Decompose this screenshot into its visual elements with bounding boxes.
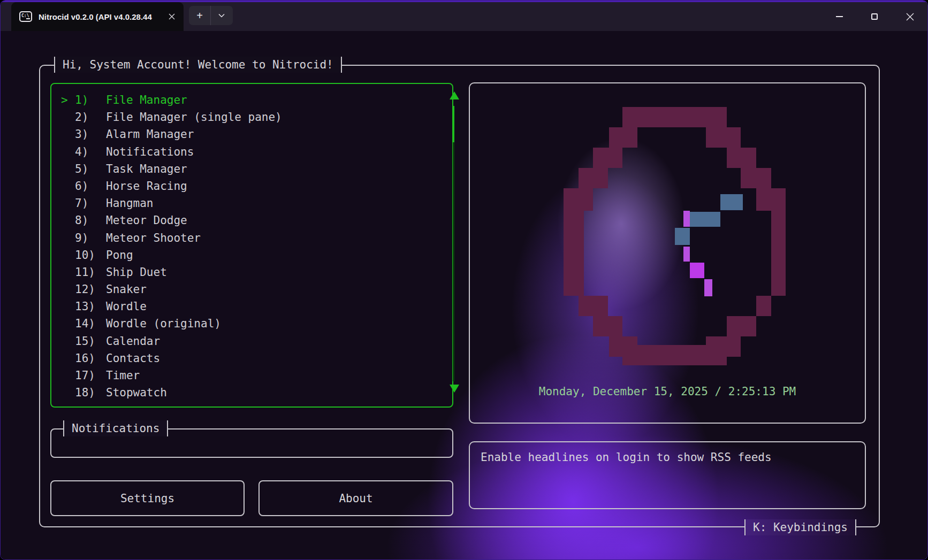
about-button[interactable]: About (258, 480, 453, 516)
selection-marker (51, 178, 75, 195)
menu-item[interactable]: 3)Alarm Manager (51, 126, 437, 143)
maximize-icon (871, 13, 878, 20)
menu-item[interactable]: 15)Calendar (51, 333, 437, 350)
menu-item[interactable]: 13)Wordle (51, 298, 437, 315)
menu-item-number: 3) (75, 126, 106, 143)
selection-marker (51, 247, 75, 264)
menu-item-label: Meteor Shooter (106, 229, 201, 247)
selection-marker (51, 367, 75, 384)
menu-item[interactable]: 6)Horse Racing (51, 178, 437, 195)
menu-item-number: 18) (75, 384, 106, 401)
menu-item[interactable]: 14)Wordle (original) (51, 315, 437, 332)
menu-item-label: Ship Duet (106, 264, 167, 281)
menu-item-number: 4) (75, 143, 106, 160)
menu-list: >1)File Manager2)File Manager (single pa… (51, 91, 437, 401)
menu-item[interactable]: 12)Snaker (51, 281, 437, 298)
selection-marker (51, 212, 75, 229)
menu-item[interactable]: 11)Ship Duet (51, 264, 437, 281)
menu-item-number: 6) (75, 178, 106, 195)
selection-marker (51, 384, 75, 401)
menu-item-label: Wordle (original) (106, 315, 221, 332)
selection-marker (51, 126, 75, 143)
menu-item[interactable]: 2)File Manager (single pane) (51, 109, 437, 126)
menu-item-number: 10) (75, 247, 106, 264)
selection-marker (51, 160, 75, 178)
menu-item-label: Notifications (106, 143, 194, 160)
menu-item-label: Calendar (106, 333, 160, 350)
pixel-block (622, 345, 727, 365)
menu-item-number: 15) (75, 333, 106, 350)
menu-item-number: 9) (75, 229, 106, 247)
menu-item-label: Contacts (106, 350, 160, 367)
pixel-block (690, 263, 704, 278)
datetime-text: Monday, December 15, 2025 / 2:25:13 PM (469, 385, 866, 398)
selection-marker (51, 281, 75, 298)
menu-item[interactable]: 17)Timer (51, 367, 437, 384)
menu-item[interactable]: 8)Meteor Dodge (51, 212, 437, 229)
menu-item-number: 13) (75, 298, 106, 315)
keybindings-label[interactable]: K: Keybindings (744, 519, 856, 535)
menu-item[interactable]: 10)Pong (51, 247, 437, 264)
pixel-block (704, 279, 712, 296)
pixel-block (690, 212, 720, 227)
pixel-block (593, 148, 622, 168)
menu-item-number: 2) (75, 109, 106, 126)
menu-item[interactable]: 5)Task Manager (51, 160, 437, 178)
menu-item-label: Snaker (106, 281, 147, 298)
selection-marker (51, 298, 75, 315)
menu-item[interactable]: 16)Contacts (51, 350, 437, 367)
command-prompt-icon: C:\ (19, 11, 32, 22)
selection-marker (51, 333, 75, 350)
pixel-block (756, 296, 771, 316)
menu-item-label: Stopwatch (106, 384, 167, 401)
menu-scrollbar[interactable] (453, 106, 454, 381)
pixel-block (609, 127, 637, 148)
pixel-block (579, 296, 608, 316)
rss-box: Enable headlines on login to show RSS fe… (469, 441, 866, 509)
menu-item-label: File Manager (single pane) (106, 109, 282, 126)
menu-item-label: File Manager (106, 91, 187, 109)
scroll-down-arrow-icon[interactable] (450, 385, 459, 393)
selection-marker (51, 264, 75, 281)
scroll-up-arrow-icon[interactable] (450, 91, 459, 99)
new-tab-button[interactable]: + (189, 6, 211, 25)
menu-item-number: 12) (75, 281, 106, 298)
pixel-block (564, 211, 584, 296)
notifications-label: Notifications (63, 420, 168, 436)
menu-item-label: Hangman (106, 195, 154, 212)
greeting-label: Hi, System Account! Welcome to Nitrocid! (54, 57, 342, 73)
selection-marker (51, 195, 75, 212)
tab-dropdown-button[interactable] (211, 6, 232, 25)
menu-item-label: Meteor Dodge (106, 212, 187, 229)
tab-title: Nitrocid v0.2.0 (API v4.0.28.44 (39, 12, 163, 21)
menu-item[interactable]: 4)Notifications (51, 143, 437, 160)
menu-item-number: 17) (75, 367, 106, 384)
menu-item-label: Horse Racing (106, 178, 187, 195)
menu-item-label: Timer (106, 367, 140, 384)
pixel-block (683, 247, 690, 262)
terminal-window: C:\ Nitrocid v0.2.0 (API v4.0.28.44 + Hi… (0, 0, 928, 560)
menu-scrollbar-thumb[interactable] (453, 106, 454, 142)
menu-item[interactable]: 7)Hangman (51, 195, 437, 212)
selection-marker (51, 143, 75, 160)
settings-button[interactable]: Settings (50, 480, 245, 516)
maximize-button[interactable] (857, 2, 892, 31)
terminal-tab[interactable]: C:\ Nitrocid v0.2.0 (API v4.0.28.44 (11, 2, 184, 31)
pixel-block (756, 188, 786, 211)
menu-item[interactable]: 9)Meteor Shooter (51, 229, 437, 247)
menu-item-number: 5) (75, 160, 106, 178)
tab-close-icon[interactable] (164, 9, 180, 25)
menu-item[interactable]: >1)File Manager (51, 91, 437, 109)
menu-item-label: Pong (106, 247, 133, 264)
close-icon (906, 13, 914, 21)
nitrocid-logo-pixel-art (564, 107, 786, 365)
menu-item-number: 14) (75, 315, 106, 332)
selection-marker (51, 350, 75, 367)
menu-item[interactable]: 18)Stopwatch (51, 384, 437, 401)
menu-item-number: 1) (75, 91, 106, 109)
selection-marker (51, 109, 75, 126)
menu-item-number: 8) (75, 212, 106, 229)
close-button[interactable] (892, 2, 927, 31)
minimize-button[interactable] (821, 2, 857, 31)
pixel-block (622, 107, 727, 127)
